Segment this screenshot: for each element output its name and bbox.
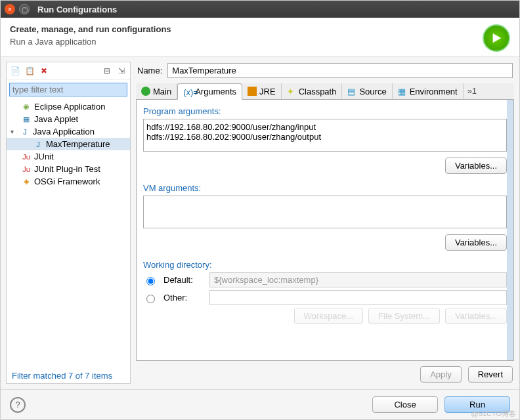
window-title: Run Configurations (37, 5, 117, 14)
tree-item-maxtemperature[interactable]: J MaxTemperature (7, 138, 130, 150)
tab-environment[interactable]: ▦ Environment (393, 83, 464, 99)
program-args-input[interactable]: hdfs://192.168.80.202:9000/user/zhang/in… (143, 119, 507, 152)
other-label: Other: (163, 293, 203, 303)
tree-item-java-application[interactable]: ▾ J Java Application (7, 125, 130, 138)
junit-icon: Ju (21, 165, 32, 174)
environment-tab-icon: ▦ (398, 87, 407, 96)
tree-item-junit-plugin[interactable]: Ju JUnit Plug-in Test (7, 163, 130, 175)
working-dir-other-row: Other: (143, 290, 507, 305)
vm-args-input[interactable] (143, 196, 507, 228)
dir-variables-button[interactable]: Variables... (445, 308, 507, 324)
tab-main[interactable]: Main (136, 83, 177, 99)
tab-classpath[interactable]: ✦ Classpath (282, 83, 343, 99)
tree-label: JUnit (34, 152, 54, 161)
filter-box (9, 83, 127, 96)
footer: ? Close Run (1, 389, 519, 419)
run-configurations-window: × ▢ Run Configurations Create, manage, a… (0, 0, 520, 420)
main-panel: Name: Main (x)= Arguments JRE ✦ (136, 62, 514, 384)
vm-args-label: VM arguments: (143, 183, 507, 193)
tree-label: Eclipse Application (34, 102, 105, 112)
config-tree[interactable]: ◉ Eclipse Application ▦ Java Applet ▾ J … (7, 99, 130, 368)
close-icon[interactable]: × (5, 4, 15, 14)
close-button[interactable]: Close (372, 396, 438, 413)
tab-jre[interactable]: JRE (242, 83, 282, 99)
expand-icon[interactable]: ⇲ (116, 65, 127, 77)
tabs: Main (x)= Arguments JRE ✦ Classpath ▤ So… (136, 83, 514, 100)
classpath-tab-icon: ✦ (287, 87, 296, 96)
other-radio[interactable] (146, 295, 155, 303)
eclipse-icon: ◉ (21, 102, 32, 112)
header-subtitle: Run a Java application (10, 37, 171, 47)
default-radio[interactable] (146, 277, 155, 285)
workspace-button[interactable]: Workspace... (294, 308, 364, 324)
tabs-overflow[interactable]: »1 (464, 83, 481, 99)
tab-label: Source (359, 87, 386, 96)
arguments-panel: Program arguments: hdfs://192.168.80.202… (136, 100, 514, 361)
name-row: Name: (136, 62, 514, 83)
help-icon[interactable]: ? (10, 397, 26, 413)
minimize-icon[interactable]: ▢ (19, 4, 30, 14)
applet-icon: ▦ (21, 115, 32, 124)
arguments-tab-icon: (x)= (183, 87, 192, 96)
apply-button[interactable]: Apply (420, 366, 462, 383)
collapse-icon[interactable]: ⊟ (101, 65, 113, 77)
source-tab-icon: ▤ (347, 87, 357, 96)
tree-item-osgi[interactable]: ◈ OSGi Framework (7, 175, 130, 188)
default-dir-input (209, 272, 507, 287)
tree-label: Java Application (33, 127, 95, 136)
working-dir-label: Working directory: (143, 260, 507, 270)
tab-label: Classpath (299, 87, 337, 96)
header-text: Create, manage, and run configurations R… (10, 24, 171, 47)
header-title: Create, manage, and run configurations (10, 24, 171, 34)
tab-arguments[interactable]: (x)= Arguments (177, 83, 242, 100)
tab-label: Arguments (195, 87, 236, 96)
name-input[interactable] (167, 63, 513, 78)
tab-label: Environment (410, 87, 458, 96)
java-app-icon: J (20, 127, 30, 136)
tab-label: Main (153, 87, 171, 96)
jre-tab-icon (248, 87, 257, 96)
osgi-icon: ◈ (21, 177, 32, 186)
tree-item-eclipse-app[interactable]: ◉ Eclipse Application (7, 100, 130, 113)
watermark: @51CTO博客 (471, 409, 516, 419)
tab-source[interactable]: ▤ Source (342, 83, 392, 99)
dir-buttons: Workspace... File System... Variables... (143, 308, 507, 324)
name-label: Name: (137, 66, 162, 75)
program-args-label: Program arguments: (143, 106, 507, 116)
dialog-body: 📄 📋 ✖ ⊟ ⇲ ◉ Eclipse Application ▦ Java A… (1, 56, 519, 389)
chevron-down-icon[interactable]: ▾ (11, 128, 17, 135)
panel-scrollbar[interactable] (507, 100, 513, 360)
tree-label: OSGi Framework (34, 177, 100, 186)
filter-status: Filter matched 7 of 7 items (7, 368, 130, 383)
sidebar-toolbar: 📄 📋 ✖ ⊟ ⇲ (7, 62, 130, 80)
sidebar: 📄 📋 ✖ ⊟ ⇲ ◉ Eclipse Application ▦ Java A… (6, 62, 131, 384)
other-dir-input[interactable] (209, 290, 507, 305)
tab-label: JRE (259, 87, 276, 96)
default-label: Default: (163, 275, 203, 285)
tree-item-java-applet[interactable]: ▦ Java Applet (7, 113, 130, 125)
program-args-variables-button[interactable]: Variables... (445, 158, 507, 174)
duplicate-icon[interactable]: 📋 (24, 65, 35, 77)
tree-label: MaxTemperature (46, 139, 110, 149)
tree-label: Java Applet (34, 114, 78, 124)
main-tab-icon (141, 87, 150, 96)
working-dir-default-row: Default: (143, 272, 507, 287)
filesystem-button[interactable]: File System... (368, 308, 440, 324)
delete-icon[interactable]: ✖ (38, 65, 50, 77)
revert-button[interactable]: Revert (468, 366, 513, 383)
java-app-icon: J (33, 140, 43, 149)
vm-args-variables-button[interactable]: Variables... (445, 234, 507, 251)
tree-label: JUnit Plug-in Test (34, 164, 100, 174)
filter-input[interactable] (9, 83, 127, 96)
tree-item-junit[interactable]: Ju JUnit (7, 150, 130, 163)
run-play-icon (483, 24, 510, 52)
header: Create, manage, and run configurations R… (1, 18, 519, 56)
apply-revert-row: Apply Revert (136, 361, 514, 384)
new-config-icon[interactable]: 📄 (9, 65, 21, 77)
titlebar[interactable]: × ▢ Run Configurations (1, 1, 519, 18)
junit-icon: Ju (21, 152, 32, 161)
